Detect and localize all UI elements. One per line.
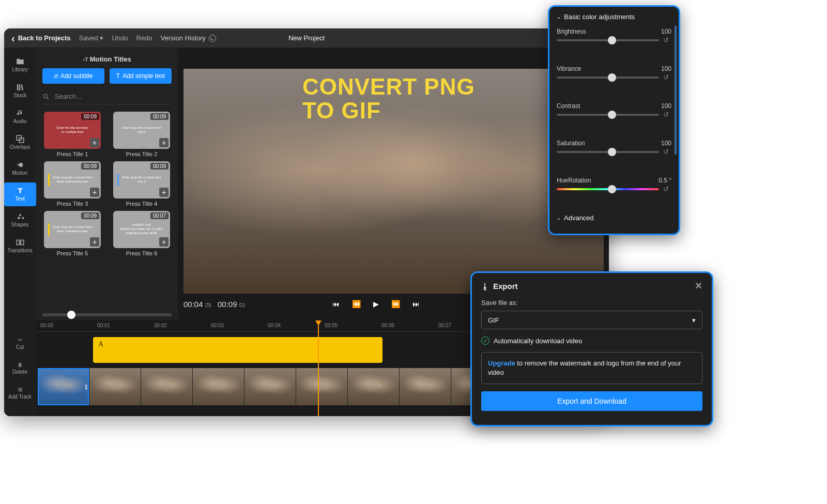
undo-button[interactable]: Undo bbox=[112, 34, 128, 42]
template-item[interactable]: 00:09Enter long title or lower thirdLine… bbox=[112, 112, 172, 157]
template-duration: 00:09 bbox=[150, 163, 169, 170]
template-duration: 00:09 bbox=[81, 163, 99, 170]
add-template-button[interactable]: + bbox=[90, 237, 99, 247]
nav-text[interactable]: Text bbox=[4, 182, 36, 206]
overlays-icon bbox=[16, 135, 25, 143]
ruler-tick: 00:02 bbox=[154, 323, 167, 328]
slider-thumb[interactable] bbox=[608, 111, 616, 119]
nav-audio[interactable]: Audio bbox=[4, 105, 36, 129]
nav-transitions[interactable]: Transitions bbox=[4, 234, 36, 258]
template-item[interactable]: 00:07INSERT THEHEADLINE HERE ON 2 LINESS… bbox=[112, 211, 172, 256]
add-track-button[interactable]: ⊞Add Track bbox=[8, 387, 32, 400]
slider-track[interactable]: ↺ bbox=[557, 77, 659, 79]
slider-thumb[interactable] bbox=[608, 36, 616, 44]
add-template-button[interactable]: + bbox=[159, 188, 169, 197]
version-history-button[interactable]: Version History bbox=[161, 34, 216, 42]
format-select[interactable]: GIF▾ bbox=[481, 311, 702, 329]
upgrade-link[interactable]: Upgrade bbox=[488, 359, 515, 367]
skip-end-button[interactable]: ⏭ bbox=[412, 300, 420, 308]
trash-icon: 🗑 bbox=[18, 362, 23, 368]
books-icon bbox=[16, 84, 25, 91]
export-download-button[interactable]: Export and Download bbox=[481, 391, 702, 411]
scrollbar[interactable] bbox=[675, 25, 677, 155]
template-duration: 00:07 bbox=[150, 212, 169, 219]
plus-layers-icon: ⊞ bbox=[18, 387, 22, 392]
reset-icon[interactable]: ↺ bbox=[663, 36, 670, 43]
slider-track[interactable]: ↺ bbox=[557, 39, 659, 41]
reset-icon[interactable]: ↺ bbox=[663, 73, 670, 81]
template-label: Press Title 2 bbox=[126, 151, 158, 157]
slider-track[interactable]: ↺ bbox=[557, 151, 659, 153]
video-clip[interactable] bbox=[296, 368, 348, 405]
template-item[interactable]: 00:09Enter long title or lower thirdLine… bbox=[112, 161, 172, 207]
cut-button[interactable]: ✂Cut bbox=[16, 337, 24, 350]
add-template-button[interactable]: + bbox=[90, 138, 99, 147]
rewind-button[interactable]: ⏪ bbox=[352, 300, 361, 308]
project-title: New Project bbox=[288, 34, 325, 42]
nav-library[interactable]: Library bbox=[4, 53, 36, 77]
template-label: Press Title 3 bbox=[57, 201, 88, 207]
play-button[interactable]: ▶ bbox=[373, 300, 379, 308]
music-icon bbox=[16, 110, 25, 117]
slider-name: Contrast bbox=[557, 102, 580, 110]
reset-icon[interactable]: ↺ bbox=[663, 185, 670, 192]
add-simple-text-button[interactable]: TAdd simple text bbox=[110, 68, 172, 84]
video-canvas[interactable]: CONVERT PNGTO GIF bbox=[183, 69, 604, 294]
slider-track[interactable]: ↺ bbox=[557, 188, 659, 190]
slider-thumb[interactable] bbox=[608, 73, 616, 82]
nav-shapes[interactable]: Shapes bbox=[4, 208, 36, 232]
text-panel: Motion Titles ⎚Add subtitle TAdd simple … bbox=[36, 48, 178, 320]
slider-contrast: Contrast100↺ bbox=[557, 102, 671, 131]
canvas-title-text[interactable]: CONVERT PNGTO GIF bbox=[302, 75, 475, 123]
slider-value: 100 bbox=[661, 140, 671, 147]
svg-point-3 bbox=[17, 164, 19, 166]
nav-overlays[interactable]: Overlays bbox=[4, 131, 36, 155]
nav-motion[interactable]: Motion bbox=[4, 157, 36, 180]
redo-button[interactable]: Redo bbox=[136, 34, 152, 42]
add-subtitle-button[interactable]: ⎚Add subtitle bbox=[42, 68, 104, 84]
video-clip[interactable] bbox=[141, 368, 193, 405]
forward-button[interactable]: ⏩ bbox=[391, 300, 400, 308]
template-duration: 00:09 bbox=[81, 212, 99, 219]
slider-thumb[interactable] bbox=[608, 148, 616, 156]
reset-icon[interactable]: ↺ bbox=[663, 111, 670, 118]
saved-status-dropdown[interactable]: Saved▾ bbox=[79, 34, 104, 42]
panel-zoom-slider[interactable] bbox=[42, 313, 172, 316]
nav-stock[interactable]: Stock bbox=[4, 79, 36, 103]
template-item[interactable]: 00:09Enter long title or lower thirdEnte… bbox=[42, 161, 102, 207]
export-title: Export bbox=[493, 282, 518, 291]
video-clip[interactable] bbox=[38, 368, 89, 405]
template-label: Press Title 4 bbox=[126, 201, 158, 207]
add-template-button[interactable]: + bbox=[159, 237, 169, 247]
delete-button[interactable]: 🗑Delete bbox=[12, 362, 27, 375]
slider-track[interactable]: ↺ bbox=[557, 114, 659, 116]
video-clip[interactable] bbox=[244, 368, 296, 405]
skip-start-button[interactable]: ⏮ bbox=[332, 300, 340, 308]
ruler-tick: 00:03 bbox=[211, 323, 224, 328]
advanced-section-header[interactable]: ⌄Advanced bbox=[557, 214, 671, 222]
template-item[interactable]: 00:09Enter the title text hereon multipl… bbox=[42, 112, 102, 157]
reset-icon[interactable]: ↺ bbox=[663, 148, 670, 155]
auto-download-checkbox[interactable]: ✓ bbox=[481, 337, 489, 345]
search-input[interactable]: Search... bbox=[42, 89, 172, 104]
video-clip[interactable] bbox=[400, 368, 451, 405]
ruler-tick: 00:07 bbox=[438, 323, 451, 328]
basic-color-section-header[interactable]: ⌄Basic color adjustments bbox=[557, 13, 671, 21]
download-icon: ⭳ bbox=[481, 282, 489, 291]
video-clip[interactable] bbox=[348, 368, 400, 405]
template-item[interactable]: 00:09Enter long title or lower thirdEnte… bbox=[42, 211, 102, 256]
playhead[interactable] bbox=[318, 320, 319, 416]
slider-brightness: Brightness100↺ bbox=[557, 28, 671, 57]
slider-name: Vibrance bbox=[557, 65, 581, 72]
slider-thumb[interactable] bbox=[608, 185, 616, 193]
slider-value: 0.5 ° bbox=[658, 177, 671, 184]
text-track-clip[interactable]: A bbox=[93, 337, 382, 363]
add-template-button[interactable]: + bbox=[90, 188, 99, 197]
slider-value: 100 bbox=[661, 28, 671, 35]
close-icon[interactable]: ✕ bbox=[695, 280, 702, 292]
video-clip[interactable] bbox=[193, 368, 244, 405]
add-template-button[interactable]: + bbox=[159, 138, 169, 147]
back-to-projects-button[interactable]: Back to Projects bbox=[11, 34, 71, 42]
topbar: Back to Projects Saved▾ Undo Redo Versio… bbox=[4, 28, 609, 48]
video-clip[interactable] bbox=[89, 368, 141, 405]
